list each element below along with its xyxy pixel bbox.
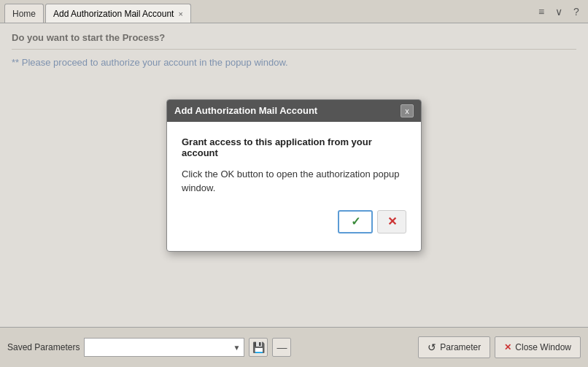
cancel-button[interactable]: ✕ bbox=[377, 210, 406, 233]
param-btn-label: Parameter bbox=[440, 342, 481, 352]
saved-params-select-wrapper bbox=[84, 338, 244, 357]
tab-add-auth[interactable]: Add Authorization Mail Account × bbox=[45, 4, 191, 23]
tab-close-icon[interactable]: × bbox=[178, 9, 182, 18]
bottom-bar: Saved Parameters 💾 — ↺ Parameter ✕ Close… bbox=[0, 327, 588, 367]
tab-home[interactable]: Home bbox=[4, 4, 44, 23]
modal-overlay: Add Authorization Mail Account x Grant a… bbox=[0, 23, 588, 327]
minimize-icon[interactable]: ∨ bbox=[552, 4, 566, 19]
modal-close-button[interactable]: x bbox=[401, 104, 414, 117]
saved-params-select[interactable] bbox=[84, 338, 244, 357]
delete-icon: — bbox=[276, 341, 287, 353]
parameter-button[interactable]: ↺ Parameter bbox=[418, 336, 490, 358]
bottom-right-buttons: ↺ Parameter ✕ Close Window bbox=[418, 336, 581, 358]
modal-body: Grant access to this application from yo… bbox=[167, 122, 421, 251]
param-icon: ↺ bbox=[428, 341, 436, 353]
menu-icon[interactable]: ≡ bbox=[534, 4, 549, 19]
modal-buttons: ✓ ✕ bbox=[182, 210, 406, 239]
save-icon: 💾 bbox=[252, 341, 265, 353]
tab-actions: ≡ ∨ ? bbox=[534, 4, 584, 19]
help-icon[interactable]: ? bbox=[569, 4, 584, 19]
modal-body-title: Grant access to this application from yo… bbox=[182, 136, 406, 158]
save-params-button[interactable]: 💾 bbox=[249, 338, 268, 357]
ok-button[interactable]: ✓ bbox=[338, 210, 373, 233]
ok-checkmark-icon: ✓ bbox=[351, 215, 360, 228]
modal-body-text: Click the OK button to open the authoriz… bbox=[182, 167, 406, 196]
tab-home-label: Home bbox=[12, 9, 36, 19]
modal-title: Add Authorization Mail Account bbox=[174, 105, 317, 116]
saved-params-label: Saved Parameters bbox=[7, 342, 80, 352]
saved-params-section: Saved Parameters 💾 — bbox=[7, 338, 291, 357]
close-window-icon: ✕ bbox=[504, 342, 511, 352]
tab-add-auth-label: Add Authorization Mail Account bbox=[53, 9, 174, 19]
modal-header: Add Authorization Mail Account x bbox=[167, 100, 421, 122]
modal-dialog: Add Authorization Mail Account x Grant a… bbox=[166, 99, 422, 252]
cancel-cross-icon: ✕ bbox=[387, 215, 397, 228]
close-window-button[interactable]: ✕ Close Window bbox=[495, 336, 581, 358]
close-window-label: Close Window bbox=[515, 342, 571, 352]
tab-bar: Home Add Authorization Mail Account × ≡ … bbox=[0, 0, 588, 23]
delete-params-button[interactable]: — bbox=[272, 338, 291, 357]
